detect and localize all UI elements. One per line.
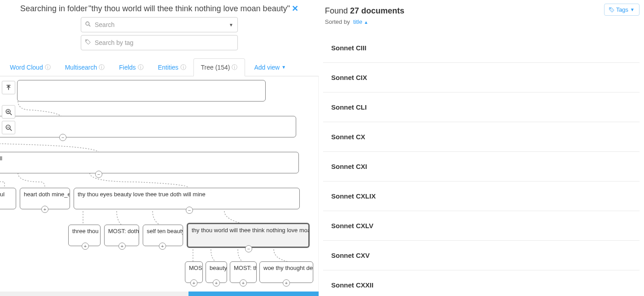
- collapse-handle-icon[interactable]: −: [186, 207, 193, 214]
- expand-handle-icon[interactable]: +: [190, 279, 197, 287]
- tab-label: Word Cloud: [10, 64, 43, 71]
- expand-handle-icon[interactable]: +: [41, 206, 48, 213]
- expand-handle-icon[interactable]: +: [240, 279, 247, 287]
- info-icon[interactable]: ⓘ: [45, 63, 51, 71]
- document-item[interactable]: Sonnet CLI: [323, 93, 640, 122]
- sort-field-label: title: [353, 18, 362, 25]
- tree-up-button[interactable]: [2, 81, 15, 94]
- document-item[interactable]: Sonnet CXLV: [323, 211, 640, 241]
- results-found-prefix: Found: [325, 6, 350, 15]
- tree-node-label: time will: [0, 155, 2, 162]
- expand-handle-icon[interactable]: +: [118, 243, 126, 250]
- caret-down-icon: ▼: [281, 65, 286, 70]
- add-view-button[interactable]: Add view ▼: [249, 59, 291, 75]
- tree-node-label: heart doth mine_e: [24, 191, 70, 198]
- tree-node-label: beauty: [210, 265, 227, 271]
- tag-icon: [85, 40, 91, 46]
- tags-icon: [609, 7, 614, 13]
- info-icon[interactable]: ⓘ: [232, 63, 237, 71]
- results-count: Found 27 documents: [325, 6, 640, 16]
- tree-node-selected[interactable]: thy thou world will thee think nothing l…: [187, 223, 310, 248]
- zoom-out-button[interactable]: [2, 121, 15, 134]
- info-icon[interactable]: ⓘ: [180, 63, 186, 71]
- tree-node[interactable]: thy thou eyes beauty love thee true doth…: [74, 188, 300, 209]
- tree-scrollbar-thumb[interactable]: [188, 292, 319, 296]
- document-item[interactable]: Sonnet CXLIX: [323, 181, 640, 211]
- tree-node[interactable]: s faul: [0, 188, 16, 209]
- collapse-handle-icon[interactable]: −: [95, 171, 102, 178]
- tree-node-label: MOST: doth: [108, 228, 139, 234]
- expand-handle-icon[interactable]: +: [213, 279, 220, 287]
- document-item[interactable]: Sonnet CIX: [323, 63, 640, 93]
- tree-node-label: woe thy thought de: [263, 265, 313, 271]
- tags-button[interactable]: Tags ▼: [604, 4, 640, 16]
- search-context-folder: "thy thou world will thee think nothing …: [88, 4, 290, 13]
- tags-label: Tags: [616, 6, 628, 13]
- sort-field-button[interactable]: title ▲: [353, 18, 368, 25]
- tree-node[interactable]: [17, 80, 266, 102]
- search-dropdown-caret-icon[interactable]: ▼: [229, 22, 233, 27]
- sorted-by-label: Sorted by: [325, 18, 350, 25]
- document-item[interactable]: Sonnet CIII: [323, 33, 640, 63]
- svg-point-2: [86, 40, 87, 41]
- document-item[interactable]: Sonnet CX: [323, 122, 640, 152]
- tree-node-label: s faul: [0, 191, 4, 198]
- search-icon: [85, 22, 91, 28]
- tab-fields[interactable]: Fields ⓘ: [112, 59, 150, 76]
- tab-label: Fields: [119, 64, 136, 71]
- svg-line-1: [89, 25, 90, 26]
- tree-node-label: self ten beauty: [147, 228, 183, 234]
- tag-search-input[interactable]: [81, 35, 238, 50]
- expand-handle-icon[interactable]: +: [283, 279, 290, 287]
- zoom-in-button[interactable]: [2, 105, 15, 119]
- expand-handle-icon[interactable]: +: [159, 243, 166, 250]
- tab-label: Entities: [158, 64, 179, 71]
- tab-label: Tree (154): [201, 64, 230, 71]
- search-context-prefix: Searching in folder: [20, 4, 88, 13]
- caret-down-icon: ▼: [630, 7, 635, 12]
- tab-word-cloud[interactable]: Word Cloud ⓘ: [3, 59, 58, 76]
- document-item[interactable]: Sonnet CXI: [323, 152, 640, 181]
- sort-asc-icon: ▲: [364, 20, 368, 25]
- tab-entities[interactable]: Entities ⓘ: [151, 59, 193, 76]
- tab-multisearch[interactable]: Multisearch ⓘ: [58, 59, 112, 76]
- tree-node-label: thy thou eyes beauty love thee true doth…: [78, 191, 206, 198]
- tab-label: Multisearch: [65, 64, 97, 71]
- collapse-handle-icon[interactable]: −: [59, 134, 66, 141]
- svg-line-9: [9, 128, 11, 130]
- clear-folder-icon[interactable]: ✕: [292, 4, 298, 13]
- tree-node-label: three thou: [72, 228, 99, 234]
- tree-node-label: MOS: [189, 265, 202, 271]
- svg-line-5: [9, 113, 11, 115]
- document-item[interactable]: Sonnet CXXII: [323, 270, 640, 296]
- tab-tree[interactable]: Tree (154) ⓘ: [193, 58, 245, 76]
- tree-node[interactable]: time will: [0, 152, 299, 173]
- svg-point-11: [610, 8, 611, 9]
- search-context-title: Searching in folder "thy thou world will…: [20, 4, 298, 13]
- results-count-value: 27 documents: [350, 6, 404, 15]
- tree-canvas[interactable]: − time will − s faul heart doth mine_e +…: [0, 76, 319, 296]
- view-tabs: Word Cloud ⓘ Multisearch ⓘ Fields ⓘ Enti…: [0, 58, 319, 76]
- expand-handle-icon[interactable]: +: [82, 243, 89, 250]
- add-view-label: Add view: [254, 64, 280, 71]
- search-input[interactable]: [81, 17, 238, 32]
- tree-node-label: thy thou world will thee think nothing l…: [192, 227, 310, 234]
- document-item[interactable]: Sonnet CXV: [323, 241, 640, 270]
- tree-node-label: MOST: th: [234, 265, 257, 271]
- info-icon[interactable]: ⓘ: [138, 63, 144, 71]
- collapse-handle-icon[interactable]: −: [245, 245, 252, 252]
- info-icon[interactable]: ⓘ: [99, 63, 105, 71]
- svg-point-0: [86, 22, 89, 26]
- document-list: Sonnet CIII Sonnet CIX Sonnet CLI Sonnet…: [323, 33, 640, 296]
- sort-indicator: Sorted by title ▲: [325, 18, 640, 25]
- tree-node[interactable]: [0, 116, 296, 137]
